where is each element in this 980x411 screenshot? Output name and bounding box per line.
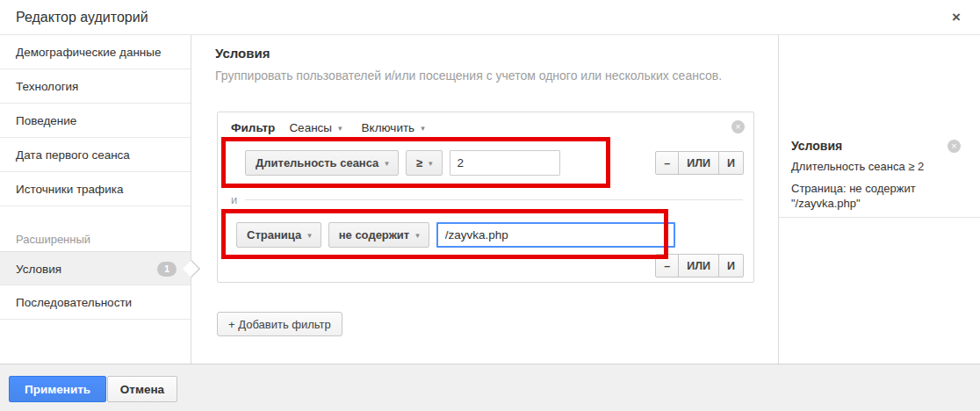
sidebar-item-label: Последовательности bbox=[16, 296, 132, 309]
sidebar-item-label: Условия bbox=[16, 263, 61, 276]
condition-row-2: Страница ▾ не содержит ▾ bbox=[236, 222, 675, 248]
add-filter-button[interactable]: + Добавить фильтр bbox=[217, 312, 342, 336]
chevron-down-icon: ▾ bbox=[429, 159, 433, 168]
sidebar-item-sequences[interactable]: Последовательности bbox=[0, 285, 191, 320]
connector-divider bbox=[245, 199, 743, 200]
dimension-value: Длительность сеанса bbox=[256, 156, 378, 169]
or-button-row1[interactable]: ИЛИ bbox=[678, 151, 719, 175]
cancel-button[interactable]: Отмена bbox=[107, 376, 177, 402]
sidebar-item-label: Демографические данные bbox=[16, 46, 162, 59]
selected-arrow-icon bbox=[183, 260, 200, 278]
close-icon[interactable]: × bbox=[947, 8, 966, 27]
filter-card-header: Фильтр Сеансы ▾ Включить ▾ bbox=[231, 121, 444, 134]
page-title: Условия bbox=[215, 46, 270, 61]
sidebar-item-label: Источники трафика bbox=[16, 183, 123, 196]
filter-scope-dropdown[interactable]: Сеансы ▾ bbox=[289, 121, 342, 134]
operator-value: не содержит bbox=[339, 228, 410, 242]
and-button-row1[interactable]: И bbox=[718, 151, 744, 175]
chevron-down-icon: ▾ bbox=[385, 159, 389, 168]
condition-value-input-row2[interactable] bbox=[436, 222, 675, 248]
sidebar-section-advanced: Расширенный bbox=[0, 228, 191, 251]
sidebar-item-technology[interactable]: Технология bbox=[0, 69, 191, 104]
dimension-dropdown-row2[interactable]: Страница ▾ bbox=[236, 222, 321, 248]
sidebar-item-traffic-sources[interactable]: Источники трафика bbox=[0, 172, 191, 206]
conditions-count-badge: 1 bbox=[157, 262, 177, 277]
condition-value-input-row1[interactable] bbox=[450, 150, 560, 176]
dimension-value: Страница bbox=[247, 228, 301, 242]
remove-filter-icon[interactable]: × bbox=[731, 120, 745, 133]
sidebar-item-conditions[interactable]: Условия 1 bbox=[0, 251, 191, 285]
dimension-dropdown-row1[interactable]: Длительность сеанса ▾ bbox=[245, 150, 399, 176]
chevron-down-icon: ▾ bbox=[421, 124, 425, 133]
and-connector: и bbox=[231, 193, 743, 206]
row1-logic-buttons: – ИЛИ И bbox=[655, 151, 744, 175]
sidebar-item-behavior[interactable]: Поведение bbox=[0, 104, 191, 138]
conditions-summary: Условия Длительность сеанса ≥ 2 Страница… bbox=[791, 139, 949, 211]
sidebar-item-label: Дата первого сеанса bbox=[16, 148, 130, 162]
or-button-row2[interactable]: ИЛИ bbox=[678, 254, 719, 278]
sidebar: Демографические данные Технология Поведе… bbox=[0, 35, 191, 364]
chevron-down-icon: ▾ bbox=[338, 124, 342, 133]
remove-condition-button-row1[interactable]: – bbox=[655, 151, 679, 175]
apply-button[interactable]: Применить bbox=[9, 376, 106, 402]
sidebar-item-demographics[interactable]: Демографические данные bbox=[0, 35, 191, 69]
dialog-footer: Применить Отмена bbox=[0, 364, 980, 411]
filter-card: Фильтр Сеансы ▾ Включить ▾ × Длительност… bbox=[217, 112, 754, 283]
operator-value: ≥ bbox=[416, 156, 422, 169]
filter-mode-dropdown[interactable]: Включить ▾ bbox=[362, 121, 425, 134]
operator-dropdown-row1[interactable]: ≥ ▾ bbox=[406, 150, 443, 176]
dialog-header: Редактор аудиторий × bbox=[0, 0, 980, 35]
row2-logic-buttons: – ИЛИ И bbox=[655, 254, 744, 278]
summary-heading: Условия bbox=[791, 139, 949, 153]
remove-condition-button-row2[interactable]: – bbox=[655, 254, 679, 278]
chevron-down-icon: ▾ bbox=[307, 231, 312, 240]
filter-label: Фильтр bbox=[231, 121, 275, 134]
operator-dropdown-row2[interactable]: не содержит ▾ bbox=[328, 222, 429, 248]
sidebar-item-first-session-date[interactable]: Дата первого сеанса bbox=[0, 138, 191, 172]
condition-row-1: Длительность сеанса ▾ ≥ ▾ bbox=[245, 150, 560, 176]
and-connector-label: и bbox=[231, 193, 237, 206]
filter-mode-value: Включить bbox=[362, 121, 415, 134]
sidebar-item-label: Поведение bbox=[16, 114, 76, 127]
page-description: Группировать пользователей и/или посещен… bbox=[215, 68, 722, 83]
summary-panel: Условия Длительность сеанса ≥ 2 Страница… bbox=[778, 35, 980, 364]
dialog-title: Редактор аудиторий bbox=[16, 0, 148, 35]
and-button-row2[interactable]: И bbox=[718, 254, 744, 278]
summary-line: Страница: не содержит bbox=[791, 181, 949, 196]
remove-summary-icon[interactable]: × bbox=[948, 140, 961, 153]
audience-editor-dialog: Редактор аудиторий × Демографические дан… bbox=[0, 0, 980, 411]
chevron-down-icon: ▾ bbox=[415, 231, 420, 240]
summary-line: Длительность сеанса ≥ 2 bbox=[791, 159, 949, 174]
summary-line: "/zayvka.php" bbox=[791, 196, 949, 211]
filter-scope-value: Сеансы bbox=[289, 121, 332, 134]
sidebar-item-label: Технология bbox=[16, 80, 78, 93]
summary-divider bbox=[779, 217, 980, 218]
